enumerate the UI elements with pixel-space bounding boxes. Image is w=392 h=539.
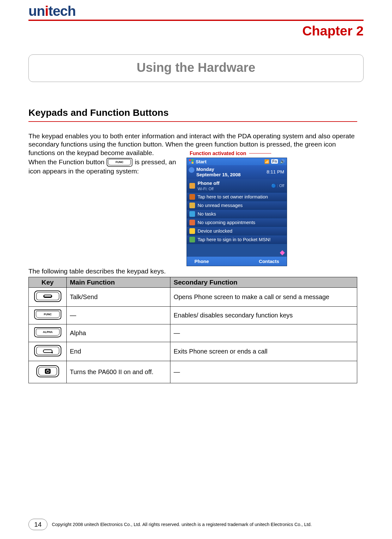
power-key-icon [36, 365, 59, 378]
pda-wifi: Wi-Fi: Off [198, 187, 213, 191]
svg-point-14 [51, 352, 52, 353]
talk-key-icon [34, 290, 62, 302]
pda-row-appts: No upcoming appointments [187, 218, 287, 227]
key-cell [29, 361, 67, 383]
callout-line [249, 153, 271, 154]
callout-label: Function activated icon [190, 151, 246, 156]
cell-main: Alpha [67, 324, 170, 342]
pda-row-tasks: No tasks [187, 210, 287, 218]
pda-time: 8:11 PM [266, 169, 284, 174]
end-key-icon [34, 345, 62, 357]
cell-main: Turns the PA600 II on and off. [67, 361, 170, 383]
key-cell: ALPHA [29, 324, 67, 342]
pda-appts: No upcoming appointments [198, 220, 255, 225]
phone-icon [189, 183, 195, 189]
th-key: Key [29, 277, 67, 287]
pda-messages: No unread messages [198, 203, 243, 208]
cell-secondary: Exits Phone screen or ends a call [170, 342, 357, 361]
pda-msn: Tap here to sign in to Pocket MSN! [198, 237, 271, 242]
svg-rect-4 [192, 162, 193, 164]
section-heading: Keypads and Function Buttons [28, 107, 357, 118]
pda-blank-area [187, 244, 287, 257]
chapter-label: Chapter 2 [28, 23, 364, 39]
page-footer: 14 Copyright 2008 unitech Electronics Co… [28, 519, 364, 530]
svg-text:ALPHA: ALPHA [43, 330, 52, 334]
cell-secondary: Opens Phone screen to make a call or sen… [170, 287, 357, 306]
pda-owner: Tap here to set owner information [198, 194, 268, 199]
pda-date-full: September 15, 2008 [196, 172, 241, 177]
pda-soft-left: Phone [194, 259, 209, 264]
brand-part3: tech [48, 3, 76, 19]
owner-icon [189, 194, 195, 200]
brand-logo: unitech [28, 3, 364, 20]
pda-date-day: Monday [196, 166, 214, 172]
page-number: 14 [28, 519, 47, 530]
table-row: End Exits Phone screen or ends a call [29, 342, 357, 361]
lock-icon [189, 228, 195, 234]
speaker-icon: 🔊 [280, 159, 285, 164]
cell-secondary: Enables/ disables secondary function key… [170, 306, 357, 324]
key-cell: FUNC [29, 306, 67, 324]
svg-rect-2 [192, 159, 193, 161]
pda-row-phone: Phone off Wi-Fi: Off 🔵 : Off [187, 179, 287, 193]
start-flag-icon [189, 159, 194, 164]
pda-title: Start [196, 159, 206, 164]
keypad-table: Key Main Function Secondary Function [28, 277, 357, 383]
table-row: Turns the PA600 II on and off. — [29, 361, 357, 383]
brand-part2: i [45, 3, 48, 19]
svg-rect-3 [189, 162, 191, 164]
key-cell [29, 287, 67, 306]
copyright-text: Copyright 2008 unitech Electronics Co., … [52, 522, 312, 527]
func-sentence: When the Function button FUNC is pressed… [28, 158, 183, 175]
table-header-row: Key Main Function Secondary Function [29, 277, 357, 287]
func-key-icon: FUNC [34, 309, 62, 320]
alpha-key-icon: ALPHA [34, 327, 62, 338]
pda-row-owner: Tap here to set owner information [187, 193, 287, 201]
pda-phone-off: Phone off [198, 180, 219, 186]
cell-main: End [67, 342, 170, 361]
svg-rect-1 [189, 159, 191, 161]
svg-rect-8 [44, 295, 51, 297]
chapter-title-text: Using the Hardware [137, 60, 255, 74]
pda-row-locked: Device unlocked [187, 227, 287, 235]
pda-titlebar: Start 📶 Fn 🔊 [187, 158, 287, 165]
brand-underline [28, 20, 364, 21]
pda-bt: Off [279, 184, 284, 188]
th-secondary: Secondary Function [170, 277, 357, 287]
mail-icon [189, 203, 195, 208]
pda-tasks: No tasks [198, 211, 216, 216]
table-row: FUNC — Enables/ disables secondary funct… [29, 306, 357, 324]
key-cell [29, 342, 67, 361]
pda-row-messages: No unread messages [187, 201, 287, 210]
brand-part1: un [28, 3, 45, 19]
th-main: Main Function [67, 277, 170, 287]
cell-secondary: — [170, 361, 357, 383]
tasks-icon [189, 211, 195, 217]
signal-icon: 📶 [264, 159, 269, 164]
section-rule [28, 121, 357, 122]
chapter-title-box: Using the Hardware [28, 54, 364, 82]
pda-row-msn: Tap here to sign in to Pocket MSN! [187, 235, 287, 244]
pda-softbar: Phone Contacts [187, 257, 287, 266]
func-sentence-pre: When the Function button [28, 158, 106, 165]
pda-screenshot: Function activated icon Start 📶 Fn [187, 158, 287, 266]
msn-icon [189, 237, 195, 242]
fn-chip: Fn [271, 159, 278, 164]
pda-locked: Device unlocked [198, 228, 232, 234]
cell-secondary: — [170, 324, 357, 342]
svg-text:FUNC: FUNC [44, 313, 52, 316]
svg-text:FUNC: FUNC [116, 160, 124, 164]
func-key-inline-icon: FUNC [106, 158, 133, 167]
cell-main: Talk/Send [67, 287, 170, 306]
pda-datebar: Monday September 15, 2008 8:11 PM [187, 165, 287, 179]
table-row: ALPHA Alpha — [29, 324, 357, 342]
table-note: The following table describes the keypad… [28, 267, 357, 275]
calendar-icon [189, 220, 195, 225]
pda-soft-right: Contacts [259, 259, 279, 264]
table-row: Talk/Send Opens Phone screen to make a c… [29, 287, 357, 306]
cell-main: — [67, 306, 170, 324]
